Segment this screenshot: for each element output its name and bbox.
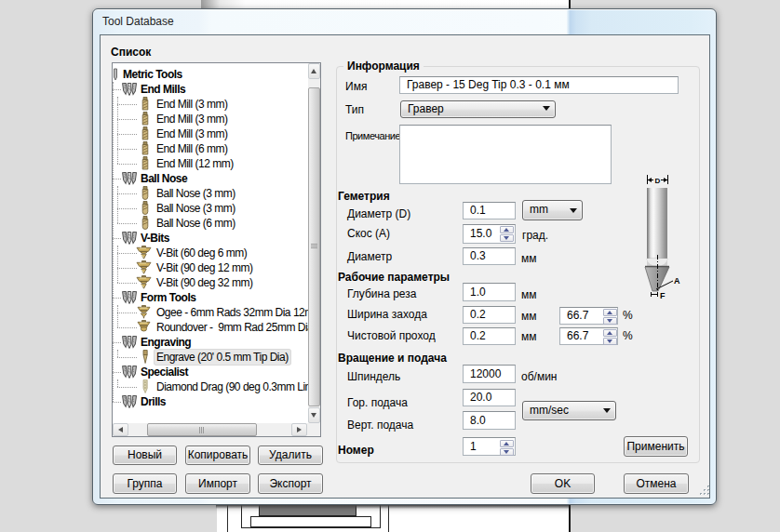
svg-text:F: F [660, 291, 666, 300]
svg-text:A: A [674, 276, 680, 286]
svg-text:D: D [655, 177, 661, 185]
